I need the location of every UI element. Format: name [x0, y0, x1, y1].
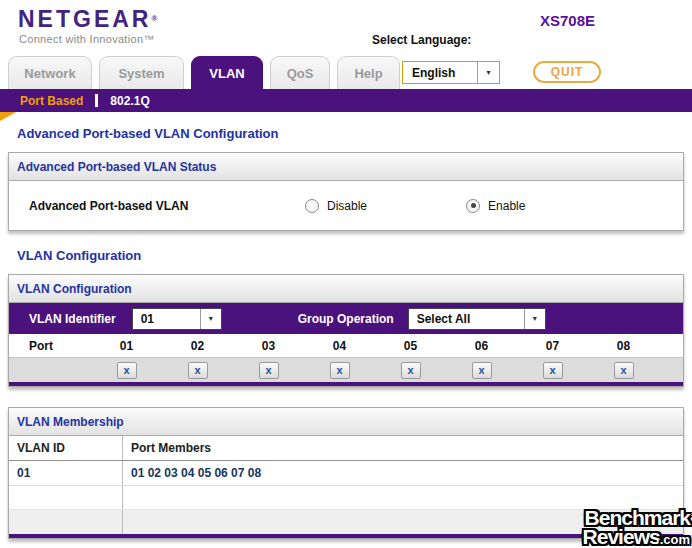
vlan-identifier-arrow-box: ▾: [200, 309, 221, 329]
vlan-id-column-header: VLAN ID: [9, 436, 123, 460]
radio-disable[interactable]: Disable: [305, 199, 367, 213]
tab-vlan[interactable]: VLAN: [191, 56, 263, 89]
port-02-x-button[interactable]: x: [188, 362, 208, 379]
port-06-header: 06: [446, 339, 517, 353]
port-03-header: 03: [233, 339, 304, 353]
page-title: Advanced Port-based VLAN Configuration: [17, 126, 684, 141]
subnav-separator: [95, 94, 98, 107]
subnav-item-port-based[interactable]: Port Based: [20, 94, 83, 108]
logo-tagline: Connect with Innovation™: [19, 33, 155, 45]
vlan-config-panel: VLAN Configuration VLAN Identifier 01 ▾ …: [8, 274, 684, 387]
port-04-header: 04: [304, 339, 375, 353]
status-panel-header: Advanced Port-based VLAN Status: [9, 153, 683, 181]
vlan-identifier-select[interactable]: 01 ▾: [132, 308, 222, 330]
chevron-down-icon: ▾: [486, 68, 490, 77]
tab-network[interactable]: Network: [8, 56, 92, 89]
port-members-column-header: Port Members: [123, 436, 683, 460]
language-select-value: English: [403, 66, 477, 80]
port-01-x-button[interactable]: x: [117, 362, 137, 379]
port-02-header: 02: [162, 339, 233, 353]
radio-enable-label: Enable: [488, 199, 525, 213]
port-label: Port: [9, 339, 91, 353]
vlan-id-cell: 01: [9, 461, 123, 485]
subnav-bar: Port Based 802.1Q: [0, 89, 692, 112]
chevron-down-icon: ▾: [533, 314, 537, 323]
radio-disable-circle-icon: [305, 199, 319, 213]
radio-enable[interactable]: Enable: [466, 199, 525, 213]
subnav-item-8021q[interactable]: 802.1Q: [110, 94, 149, 108]
app-header: NETGEAR® Connect with Innovation™ XS708E…: [0, 0, 692, 112]
status-panel-body: Advanced Port-based VLAN Disable Enable: [9, 181, 683, 230]
subnav-active-pointer-icon: [0, 112, 16, 121]
tab-system[interactable]: System: [99, 56, 184, 89]
watermark-line2: Reviews.com: [583, 528, 690, 546]
quit-button[interactable]: QUIT: [533, 61, 601, 83]
tab-help[interactable]: Help: [337, 56, 400, 89]
port-03-x-button[interactable]: x: [259, 362, 279, 379]
port-08-header: 08: [588, 339, 659, 353]
vlan-config-panel-footer-bar: [9, 382, 683, 386]
vlan-config-controls-row: VLAN Identifier 01 ▾ Group Operation Sel…: [9, 303, 683, 334]
watermark-suffix: .com: [660, 532, 690, 547]
registered-mark: ®: [151, 14, 157, 23]
chevron-down-icon: ▾: [209, 314, 213, 323]
group-operation-select[interactable]: Select All ▾: [408, 308, 546, 330]
group-operation-arrow-box: ▾: [524, 309, 545, 329]
membership-header-row: VLAN ID Port Members: [9, 436, 683, 461]
benchmark-reviews-watermark: Benchmark Reviews.com: [583, 509, 690, 546]
port-members-cell: 01 02 03 04 05 06 07 08: [123, 461, 683, 485]
logo-text: NETGEAR: [18, 6, 151, 32]
status-panel: Advanced Port-based VLAN Status Advanced…: [8, 152, 684, 231]
membership-panel-header: VLAN Membership: [9, 408, 683, 436]
netgear-logo: NETGEAR®: [18, 6, 157, 33]
language-select-arrow-box: ▾: [477, 62, 499, 83]
device-model: XS708E: [540, 12, 595, 29]
vlan-identifier-label: VLAN Identifier: [29, 312, 116, 326]
radio-enable-circle-icon: [466, 199, 480, 213]
group-operation-label: Group Operation: [298, 312, 394, 326]
language-select[interactable]: English ▾: [402, 61, 500, 84]
port-04-x-button[interactable]: x: [330, 362, 350, 379]
main-content: Advanced Port-based VLAN Configuration A…: [0, 126, 692, 539]
radio-disable-label: Disable: [327, 199, 367, 213]
group-operation-value: Select All: [409, 312, 524, 326]
port-08-x-button[interactable]: x: [614, 362, 634, 379]
empty-table-row: [9, 486, 683, 510]
vlan-identifier-value: 01: [133, 312, 200, 326]
advanced-vlan-label: Advanced Port-based VLAN: [29, 199, 277, 213]
vlan-config-panel-header: VLAN Configuration: [9, 275, 683, 303]
port-header-row: Port 01 02 03 04 05 06 07 08: [9, 334, 683, 357]
table-row[interactable]: 01 01 02 03 04 05 06 07 08: [9, 461, 683, 486]
select-language-label: Select Language:: [372, 33, 471, 47]
vlan-configuration-title: VLAN Configuration: [17, 248, 684, 263]
port-07-header: 07: [517, 339, 588, 353]
tab-qos[interactable]: QoS: [270, 56, 330, 89]
port-06-x-button[interactable]: x: [472, 362, 492, 379]
port-05-header: 05: [375, 339, 446, 353]
port-buttons-row: x x x x x x x x: [9, 357, 683, 382]
port-07-x-button[interactable]: x: [543, 362, 563, 379]
main-tabs: Network System VLAN QoS Help: [8, 56, 400, 89]
port-05-x-button[interactable]: x: [401, 362, 421, 379]
port-01-header: 01: [91, 339, 162, 353]
